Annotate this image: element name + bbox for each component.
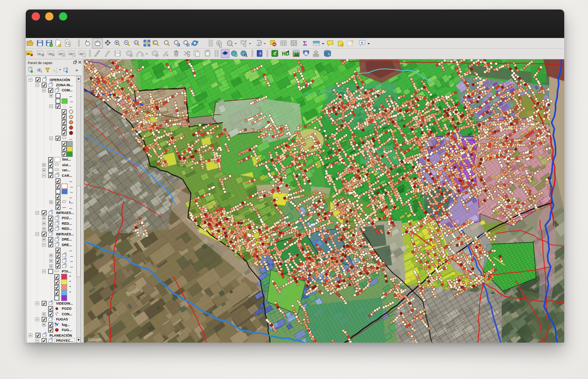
svg-text:...: ... [69, 205, 72, 209]
svg-text:": " [69, 285, 71, 289]
svg-text:ab: ab [27, 52, 30, 55]
svg-text:ran...: ran... [62, 168, 70, 172]
svg-text:...: ... [70, 264, 73, 268]
svg-text:Panel de capas: Panel de capas [28, 61, 53, 65]
svg-text:...: ... [69, 136, 72, 140]
svg-text:PROYEC...: PROYEC... [56, 339, 73, 343]
svg-text:POZ...: POZ... [62, 216, 72, 220]
svg-text:sist...: sist... [62, 163, 71, 167]
svg-text:...: ... [70, 259, 73, 263]
svg-text:...: ... [69, 195, 72, 199]
svg-text:CAR...: CAR... [62, 173, 72, 177]
svg-text:...: ... [69, 93, 72, 97]
svg-text:RED...: RED... [62, 221, 72, 225]
svg-text:": " [69, 275, 71, 279]
svg-text:...: ... [70, 253, 73, 257]
svg-text:": " [69, 290, 71, 294]
svg-text:...: ... [69, 179, 72, 183]
svg-text:POZO: POZO [62, 307, 72, 311]
svg-text:1:1: 1:1 [135, 42, 138, 44]
svg-text:OPERACIÓN: OPERACIÓN [49, 77, 70, 81]
svg-text:": " [69, 280, 71, 284]
svg-text:limi...: limi... [62, 157, 71, 161]
svg-text:ε: ε [53, 68, 55, 72]
svg-text:...: ... [69, 104, 72, 108]
svg-text:?: ? [259, 51, 262, 55]
svg-text:ab: ab [38, 52, 41, 55]
svg-text:...: ... [70, 190, 73, 193]
svg-text:FUG...: FUG... [62, 328, 72, 332]
svg-text:RED...: RED... [62, 227, 72, 231]
svg-text:...: ... [70, 184, 73, 188]
svg-text:ZONA IN...: ZONA IN... [56, 83, 73, 87]
svg-text:PTA...: PTA... [62, 269, 71, 273]
svg-text:Google: Google [88, 337, 102, 342]
svg-text:COM...: COM... [62, 88, 72, 92]
svg-text:T: T [361, 41, 363, 45]
svg-text:INFRAES...: INFRAES... [56, 211, 74, 215]
svg-text:I...: I... [69, 200, 73, 204]
svg-text:»: » [76, 68, 78, 72]
svg-text:PLANEACIÓN: PLANEACIÓN [49, 333, 72, 337]
svg-text:...: ... [69, 248, 72, 252]
svg-text:CON...: CON... [62, 312, 72, 316]
svg-text:VIDEOIN...: VIDEOIN... [56, 301, 73, 305]
svg-text:fug...: fug... [62, 322, 70, 326]
svg-text:Σ: Σ [303, 40, 307, 47]
svg-text:DRE...: DRE... [62, 237, 72, 241]
svg-text:DRE...: DRE... [62, 243, 72, 246]
svg-text:...: ... [70, 99, 73, 103]
svg-text:FUGAS: FUGAS [56, 317, 68, 321]
svg-text:INFRAES...: INFRAES... [56, 232, 74, 236]
